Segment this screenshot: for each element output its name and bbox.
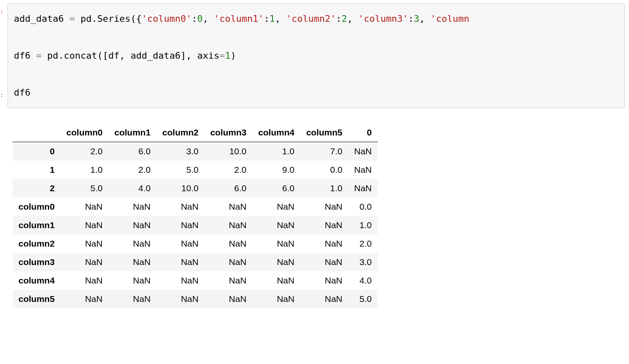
cell: NaN <box>348 142 378 161</box>
cell: 1.0 <box>252 142 300 161</box>
cell: 4.0 <box>109 179 156 198</box>
cell: 1.0 <box>300 179 348 198</box>
cell: 3.0 <box>348 253 378 271</box>
cell: NaN <box>300 234 348 253</box>
cell: NaN <box>109 290 156 308</box>
cell: 2.0 <box>348 234 378 253</box>
cell: NaN <box>300 216 348 234</box>
input-prompt-stub: : <box>0 8 3 14</box>
table-row: 25.04.010.06.06.01.0NaN <box>13 179 378 198</box>
cell: 0.0 <box>300 161 348 179</box>
cell: NaN <box>109 271 156 290</box>
dataframe-table: column0column1column2column3column4colum… <box>13 123 378 308</box>
table-row: column5NaNNaNNaNNaNNaNNaN5.0 <box>13 290 378 308</box>
cell: 3.0 <box>156 142 204 161</box>
cell: NaN <box>156 216 204 234</box>
table-row: 11.02.05.02.09.00.0NaN <box>13 161 378 179</box>
row-index: 0 <box>13 142 60 161</box>
cell: 4.0 <box>348 271 378 290</box>
cell: 6.0 <box>204 179 252 198</box>
cell: NaN <box>60 216 108 234</box>
cell: NaN <box>252 290 300 308</box>
column-header: column1 <box>109 123 156 142</box>
cell: NaN <box>252 234 300 253</box>
output-prompt-stub: : <box>0 91 3 98</box>
row-index: column1 <box>13 216 60 234</box>
code-input-cell[interactable]: add_data6 = pd.Series({'column0':0, 'col… <box>8 3 625 108</box>
cell: NaN <box>348 161 378 179</box>
cell: NaN <box>300 198 348 216</box>
cell: NaN <box>252 216 300 234</box>
row-index: 2 <box>13 179 60 198</box>
row-index: column5 <box>13 290 60 308</box>
code-content: add_data6 = pd.Series({'column0':0, 'col… <box>14 10 619 102</box>
column-header: column2 <box>156 123 204 142</box>
cell: NaN <box>300 290 348 308</box>
cell: NaN <box>60 271 108 290</box>
cell: NaN <box>60 234 108 253</box>
column-header: 0 <box>348 123 378 142</box>
cell: NaN <box>156 198 204 216</box>
output-area: column0column1column2column3column4colum… <box>13 123 629 308</box>
cell: NaN <box>109 216 156 234</box>
table-header-row: column0column1column2column3column4colum… <box>13 123 378 142</box>
cell: 0.0 <box>348 198 378 216</box>
row-index: column3 <box>13 253 60 271</box>
table-row: column3NaNNaNNaNNaNNaNNaN3.0 <box>13 253 378 271</box>
cell: 5.0 <box>156 161 204 179</box>
column-header: column0 <box>60 123 108 142</box>
cell: NaN <box>156 290 204 308</box>
cell: NaN <box>252 271 300 290</box>
cell: NaN <box>109 234 156 253</box>
cell: 5.0 <box>60 179 108 198</box>
cell: 6.0 <box>109 142 156 161</box>
cell: 10.0 <box>156 179 204 198</box>
cell: NaN <box>109 198 156 216</box>
cell: 5.0 <box>348 290 378 308</box>
row-index: column4 <box>13 271 60 290</box>
cell: NaN <box>252 253 300 271</box>
row-index: 1 <box>13 161 60 179</box>
table-row: column4NaNNaNNaNNaNNaNNaN4.0 <box>13 271 378 290</box>
cell: NaN <box>109 253 156 271</box>
cell: NaN <box>204 271 252 290</box>
column-header: column3 <box>204 123 252 142</box>
row-index: column2 <box>13 234 60 253</box>
column-header: column4 <box>252 123 300 142</box>
cell: NaN <box>348 179 378 198</box>
cell: NaN <box>252 198 300 216</box>
table-row: column0NaNNaNNaNNaNNaNNaN0.0 <box>13 198 378 216</box>
cell: NaN <box>300 271 348 290</box>
row-index: column0 <box>13 198 60 216</box>
cell: NaN <box>204 198 252 216</box>
cell: 6.0 <box>252 179 300 198</box>
cell: 2.0 <box>204 161 252 179</box>
cell: NaN <box>300 253 348 271</box>
cell: 2.0 <box>109 161 156 179</box>
table-row: column1NaNNaNNaNNaNNaNNaN1.0 <box>13 216 378 234</box>
cell: NaN <box>204 253 252 271</box>
cell: NaN <box>60 198 108 216</box>
cell: NaN <box>204 290 252 308</box>
column-header: column5 <box>300 123 348 142</box>
cell: 7.0 <box>300 142 348 161</box>
cell: NaN <box>156 271 204 290</box>
cell: 10.0 <box>204 142 252 161</box>
cell: NaN <box>156 253 204 271</box>
table-row: 02.06.03.010.01.07.0NaN <box>13 142 378 161</box>
table-corner <box>13 123 60 142</box>
cell: 2.0 <box>60 142 108 161</box>
cell: NaN <box>156 234 204 253</box>
cell: 1.0 <box>348 216 378 234</box>
table-row: column2NaNNaNNaNNaNNaNNaN2.0 <box>13 234 378 253</box>
cell: 1.0 <box>60 161 108 179</box>
cell: 9.0 <box>252 161 300 179</box>
cell: NaN <box>204 234 252 253</box>
cell: NaN <box>60 290 108 308</box>
cell: NaN <box>204 216 252 234</box>
cell: NaN <box>60 253 108 271</box>
